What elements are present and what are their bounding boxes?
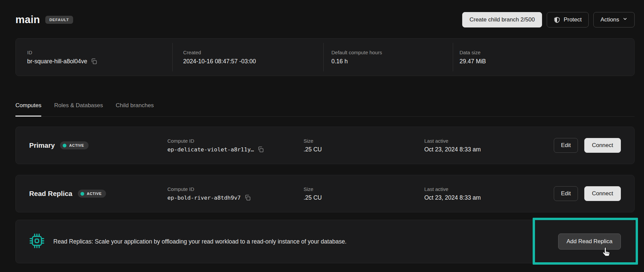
- summary-field-id: ID br-square-hill-a8ol04ve: [16, 39, 172, 76]
- compute-row-read-replica: Read Replica ACTIVE Compute ID ep-bold-r…: [15, 175, 635, 212]
- compute-id-value: ep-delicate-violet-a8r11y…: [167, 146, 254, 153]
- field-label: ID: [27, 50, 172, 55]
- chevron-down-icon: [623, 16, 628, 23]
- header-actions: Create child branch 2/500 Protect Action…: [462, 12, 635, 27]
- page-header: main DEFAULT Create child branch 2/500 P…: [15, 12, 635, 27]
- status-dot-icon: [63, 144, 66, 147]
- status-label: ACTIVE: [87, 192, 102, 196]
- summary-field-created: Created 2024-10-16 08:47:57 -03:00: [172, 39, 323, 76]
- data-size-value: 29.47 MiB: [460, 58, 634, 65]
- branch-page: main DEFAULT Create child branch 2/500 P…: [0, 0, 644, 272]
- branch-id-value: br-square-hill-a8ol04ve: [27, 58, 87, 65]
- read-replica-banner: Read Replicas: Scale your application by…: [15, 220, 635, 263]
- shield-icon: [554, 16, 560, 23]
- branch-tabs: Computes Roles & Databases Child branche…: [15, 97, 635, 117]
- status-dot-icon: [80, 192, 84, 196]
- actions-button[interactable]: Actions: [593, 12, 635, 27]
- edit-button[interactable]: Edit: [554, 138, 578, 153]
- read-replica-description: Read Replicas: Scale your application by…: [53, 238, 346, 245]
- summary-field-data-size: Data size 29.47 MiB: [453, 39, 634, 76]
- size-label: Size: [304, 186, 424, 192]
- edit-button[interactable]: Edit: [554, 186, 578, 201]
- tab-child-branches[interactable]: Child branches: [116, 97, 154, 117]
- size-label: Size: [304, 138, 424, 144]
- copy-icon[interactable]: [244, 194, 251, 201]
- field-label: Default compute hours: [331, 50, 453, 55]
- tab-computes[interactable]: Computes: [15, 97, 41, 117]
- tab-roles-databases[interactable]: Roles & Databases: [54, 97, 103, 117]
- compute-id-label: Compute ID: [167, 138, 304, 144]
- field-label: Created: [183, 50, 323, 55]
- last-active-value: Oct 23, 2024 8:33 am: [424, 146, 554, 153]
- compute-id-label: Compute ID: [167, 186, 304, 192]
- status-label: ACTIVE: [69, 143, 84, 147]
- copy-icon[interactable]: [257, 146, 264, 153]
- status-badge: ACTIVE: [78, 190, 106, 198]
- summary-field-compute-hours: Default compute hours 0.16 h: [323, 39, 453, 76]
- compute-id-value: ep-bold-river-a8tdh9v7: [167, 195, 241, 201]
- add-read-replica-button[interactable]: Add Read Replica: [558, 233, 621, 250]
- status-badge: ACTIVE: [60, 141, 89, 149]
- protect-label: Protect: [564, 16, 582, 23]
- branch-summary-card: ID br-square-hill-a8ol04ve Created 2024-…: [15, 38, 635, 76]
- last-active-label: Last active: [424, 138, 554, 144]
- compute-hours-value: 0.16 h: [331, 58, 453, 65]
- compute-name: Primary: [29, 141, 55, 149]
- size-value: .25 CU: [304, 146, 424, 153]
- last-active-label: Last active: [424, 186, 554, 192]
- compute-row-primary: Primary ACTIVE Compute ID ep-delicate-vi…: [15, 127, 635, 164]
- protect-button[interactable]: Protect: [547, 12, 589, 27]
- cpu-chip-icon: [29, 233, 45, 250]
- last-active-value: Oct 23, 2024 8:33 am: [424, 194, 554, 201]
- field-label: Data size: [460, 50, 634, 55]
- actions-label: Actions: [600, 16, 619, 23]
- connect-button[interactable]: Connect: [584, 138, 621, 153]
- copy-icon[interactable]: [91, 58, 97, 65]
- compute-name: Read Replica: [29, 190, 72, 198]
- connect-button[interactable]: Connect: [584, 186, 621, 201]
- size-value: .25 CU: [304, 194, 424, 201]
- create-child-branch-button[interactable]: Create child branch 2/500: [462, 12, 542, 27]
- branch-title: main: [15, 14, 40, 26]
- created-value: 2024-10-16 08:47:57 -03:00: [183, 58, 323, 65]
- default-badge: DEFAULT: [45, 16, 73, 24]
